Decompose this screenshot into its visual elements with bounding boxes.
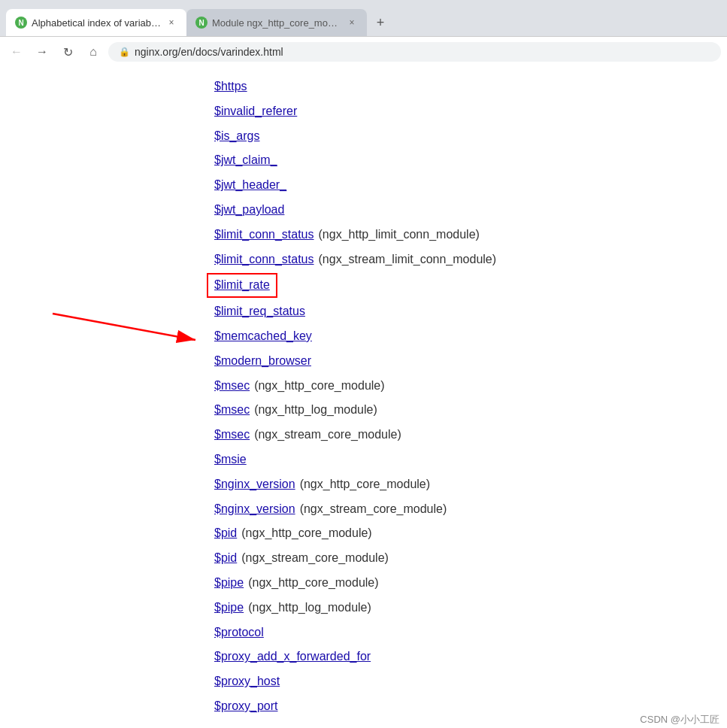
module-text: (ngx_http_core_module) [241, 523, 371, 544]
variable-link[interactable]: $limit_conn_status [214, 224, 314, 246]
address-text: nginx.org/en/docs/varindex.html [135, 46, 283, 58]
list-item: $is_args [214, 124, 727, 149]
list-item: $pipe (ngx_http_core_module) [214, 571, 727, 596]
variable-link[interactable]: $is_args [214, 126, 259, 147]
home-button[interactable]: ⌂ [83, 41, 104, 62]
list-item: $https [214, 74, 727, 99]
list-item: $invalid_referer [214, 99, 727, 124]
watermark: CSDN @小小工匠 [640, 713, 719, 726]
variable-link[interactable]: $pipe [214, 572, 244, 594]
list-item: $limit_req_status [214, 299, 727, 324]
module-text: (ngx_http_log_module) [248, 597, 371, 619]
list-item: $msec (ngx_stream_core_module) [214, 423, 727, 447]
variable-link[interactable]: $limit_req_status [214, 301, 305, 323]
list-item: $jwt_payload [214, 198, 727, 223]
variable-link[interactable]: $pid [214, 523, 237, 544]
variable-link[interactable]: $memcached_key [214, 326, 312, 347]
variable-link[interactable]: $nginx_version [214, 474, 295, 496]
variable-link[interactable]: $jwt_header_ [214, 174, 286, 196]
back-button[interactable]: ← [6, 41, 27, 62]
module-text: (ngx_stream_limit_conn_module) [319, 249, 497, 271]
tab-title-1: Alphabetical index of variables [32, 17, 161, 29]
browser-chrome: N Alphabetical index of variables × N Mo… [0, 0, 727, 67]
variable-list: $https$invalid_referer$is_args$jwt_claim… [0, 74, 727, 719]
list-item: $protocol [214, 620, 727, 645]
variable-link[interactable]: $proxy_port [214, 696, 278, 717]
tab-active[interactable]: N Alphabetical index of variables × [6, 9, 186, 36]
variable-link[interactable]: $proxy_add_x_forwarded_for [214, 646, 371, 668]
lock-icon: 🔒 [119, 47, 130, 57]
variable-link[interactable]: $msie [214, 449, 247, 471]
reload-button[interactable]: ↻ [57, 41, 78, 62]
module-text: (ngx_http_limit_conn_module) [319, 224, 480, 246]
list-item: $jwt_claim_ [214, 148, 727, 173]
list-item: $nginx_version (ngx_stream_core_module) [214, 497, 727, 522]
list-item: $jwt_header_ [214, 173, 727, 198]
list-item: $proxy_add_x_forwarded_for [214, 645, 727, 669]
list-item: $pipe (ngx_http_log_module) [214, 596, 727, 620]
list-item: $nginx_version (ngx_http_core_module) [214, 472, 727, 497]
variable-link[interactable]: $https [214, 76, 247, 98]
list-item: $msec (ngx_http_log_module) [214, 398, 727, 423]
address-input[interactable]: 🔒 nginx.org/en/docs/varindex.html [108, 42, 721, 62]
module-text: (ngx_http_log_module) [254, 399, 377, 421]
variable-link[interactable]: $msec [214, 375, 250, 397]
module-text: (ngx_stream_core_module) [300, 499, 447, 520]
tab-favicon-2: N [195, 17, 207, 29]
tab-title-2: Module ngx_http_core_modul… [212, 17, 341, 29]
variable-link[interactable]: $nginx_version [214, 499, 295, 520]
list-item: $pid (ngx_stream_core_module) [214, 546, 727, 571]
variable-link[interactable]: $jwt_payload [214, 199, 284, 221]
tab-favicon-1: N [15, 17, 27, 29]
list-item: $msec (ngx_http_core_module) [214, 374, 727, 399]
variable-link[interactable]: $limit_rate [214, 278, 270, 291]
list-item: $pid (ngx_http_core_module) [214, 521, 727, 546]
tab-inactive[interactable]: N Module ngx_http_core_modul… × [186, 9, 367, 36]
tab-close-2[interactable]: × [346, 17, 358, 29]
variable-link[interactable]: $modern_browser [214, 350, 311, 372]
list-item: $msie [214, 447, 727, 472]
module-text: (ngx_http_core_module) [248, 572, 378, 594]
list-item: $modern_browser [214, 349, 727, 374]
address-bar: ← → ↻ ⌂ 🔒 nginx.org/en/docs/varindex.htm… [0, 36, 727, 67]
variable-link[interactable]: $limit_conn_status [214, 249, 314, 271]
variable-link[interactable]: $pid [214, 548, 237, 569]
module-text: (ngx_stream_core_module) [241, 548, 389, 569]
list-item: $memcached_key [214, 324, 727, 349]
list-item: $limit_rate [214, 271, 727, 299]
module-text: (ngx_http_core_module) [254, 375, 384, 397]
module-text: (ngx_http_core_module) [300, 474, 430, 496]
tab-bar: N Alphabetical index of variables × N Mo… [0, 0, 727, 36]
variable-link[interactable]: $invalid_referer [214, 101, 297, 123]
variable-link[interactable]: $proxy_host [214, 671, 280, 693]
list-item: $proxy_host [214, 669, 727, 694]
tab-close-1[interactable]: × [165, 17, 177, 29]
module-text: (ngx_stream_core_module) [254, 424, 401, 446]
list-item: $limit_conn_status (ngx_http_limit_conn_… [214, 223, 727, 247]
variable-link[interactable]: $jwt_claim_ [214, 150, 277, 171]
page-content: $https$invalid_referer$is_args$jwt_claim… [0, 67, 727, 728]
list-item: $limit_conn_status (ngx_stream_limit_con… [214, 247, 727, 272]
variable-link[interactable]: $msec [214, 424, 250, 446]
variable-link[interactable]: $msec [214, 399, 250, 421]
variable-link[interactable]: $pipe [214, 597, 244, 619]
forward-button[interactable]: → [32, 41, 53, 62]
new-tab-button[interactable]: + [370, 12, 391, 33]
variable-link[interactable]: $protocol [214, 622, 264, 644]
